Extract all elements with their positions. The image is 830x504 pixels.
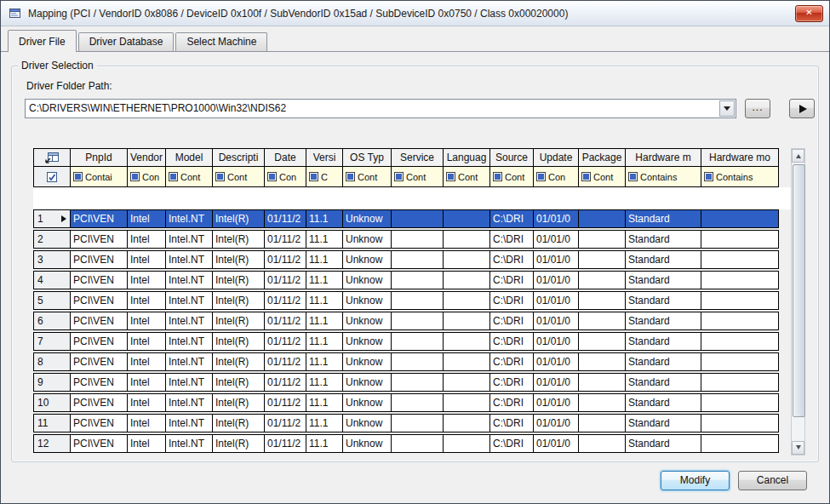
grid-cell[interactable]: 01/11/2	[264, 434, 306, 453]
grid-cell[interactable]: Unknow	[342, 434, 392, 453]
grid-cell[interactable]: Intel.NT	[165, 312, 213, 330]
row-header[interactable]: 6	[33, 312, 71, 330]
grid-cell[interactable]: Intel(R)	[212, 271, 265, 289]
table-row[interactable]: 9PCI\VENIntelIntel.NTIntel(R)01/11/211.1…	[33, 373, 805, 392]
filter-cell-os-typ[interactable]: Cont	[342, 166, 392, 187]
column-header-service[interactable]: Service	[391, 148, 444, 167]
grid-cell[interactable]: 01/11/2	[264, 332, 306, 351]
filter-cell-update[interactable]: Con	[533, 166, 579, 187]
grid-cell[interactable]	[578, 230, 626, 249]
grid-cell[interactable]: Standard	[625, 352, 701, 371]
vertical-scrollbar[interactable]	[791, 148, 805, 455]
grid-cell[interactable]	[701, 434, 779, 453]
grid-cell[interactable]: Standard	[625, 271, 701, 289]
grid-cell[interactable]: C:\DRI	[489, 393, 534, 412]
grid-cell[interactable]: 01/11/2	[264, 230, 306, 249]
combo-dropdown-button[interactable]	[719, 100, 735, 117]
grid-cell[interactable]: C:\DRI	[489, 312, 534, 330]
grid-cell[interactable]: Intel(R)	[212, 230, 265, 249]
grid-cell[interactable]	[443, 373, 490, 392]
filter-cell-source[interactable]: Cont	[489, 166, 534, 187]
column-header-update[interactable]: Update	[533, 148, 579, 167]
grid-cell[interactable]: 01/01/0	[533, 209, 579, 228]
column-header-model[interactable]: Model	[165, 148, 213, 167]
grid-cell[interactable]: 11.1	[306, 332, 343, 351]
grid-cell[interactable]: Intel.NT	[165, 352, 213, 371]
grid-cell[interactable]: 01/11/2	[264, 250, 306, 269]
grid-cell[interactable]	[578, 434, 626, 453]
grid-cell[interactable]: Standard	[625, 414, 701, 432]
grid-cell[interactable]: Intel.NT	[165, 414, 213, 432]
column-header-vendor[interactable]: Vendor	[127, 148, 166, 167]
filter-cell-date[interactable]: Con	[264, 166, 306, 187]
grid-cell[interactable]	[443, 209, 490, 228]
filter-box-icon[interactable]	[309, 172, 318, 181]
grid-cell[interactable]	[391, 352, 444, 371]
grid-cell[interactable]	[391, 271, 444, 289]
row-header[interactable]: 3	[33, 250, 71, 269]
grid-cell[interactable]: PCI\VEN	[70, 434, 128, 453]
table-row[interactable]: 6PCI\VENIntelIntel.NTIntel(R)01/11/211.1…	[33, 312, 805, 330]
grid-cell[interactable]	[443, 332, 490, 351]
grid-cell[interactable]: Intel(R)	[212, 434, 265, 453]
grid-cell[interactable]	[701, 414, 779, 432]
grid-cell[interactable]: C:\DRI	[489, 373, 534, 392]
grid-cell[interactable]	[443, 230, 490, 249]
column-header-os-typ[interactable]: OS Typ	[342, 148, 392, 167]
grid-cell[interactable]	[701, 291, 779, 310]
grid-cell[interactable]	[578, 312, 626, 330]
filter-cell-service[interactable]: Cont	[391, 166, 444, 187]
grid-cell[interactable]: C:\DRI	[489, 271, 534, 289]
grid-cell[interactable]: 01/01/0	[533, 393, 579, 412]
grid-cell[interactable]: 11.1	[306, 373, 343, 392]
grid-cell[interactable]: PCI\VEN	[70, 352, 128, 371]
grid-cell[interactable]: Intel(R)	[212, 250, 265, 269]
filter-box-icon[interactable]	[704, 172, 713, 181]
grid-cell[interactable]: Intel.NT	[165, 291, 213, 310]
filter-box-icon[interactable]	[169, 172, 178, 181]
grid-cell[interactable]: 01/01/0	[533, 373, 579, 392]
grid-cell[interactable]: Unknow	[342, 393, 392, 412]
grid-cell[interactable]	[391, 393, 444, 412]
filter-box-icon[interactable]	[267, 172, 277, 181]
grid-cell[interactable]: C:\DRI	[489, 291, 534, 310]
grid-cell[interactable]: 01/01/0	[533, 291, 579, 310]
grid-cell[interactable]	[443, 312, 490, 330]
filter-cell-hardware-mo[interactable]: Contains	[701, 166, 779, 187]
grid-cell[interactable]: 01/01/0	[533, 352, 579, 371]
table-row[interactable]: 5PCI\VENIntelIntel.NTIntel(R)01/11/211.1…	[33, 291, 805, 310]
grid-cell[interactable]: 01/11/2	[264, 373, 306, 392]
grid-cell[interactable]: 01/11/2	[264, 271, 306, 289]
grid-cell[interactable]: Intel	[127, 250, 166, 269]
grid-cell[interactable]: PCI\VEN	[70, 332, 128, 351]
scroll-up-button[interactable]	[792, 149, 804, 163]
grid-cell[interactable]	[578, 209, 626, 228]
grid-cell[interactable]: 01/11/2	[264, 209, 306, 228]
grid-cell[interactable]: Intel(R)	[212, 332, 265, 351]
grid-cell[interactable]: 11.1	[306, 414, 343, 432]
grid-cell[interactable]: Intel.NT	[165, 332, 213, 351]
column-header-package[interactable]: Package	[578, 148, 626, 167]
grid-cell[interactable]: 11.1	[306, 250, 343, 269]
grid-cell[interactable]: 01/01/0	[533, 414, 579, 432]
row-header[interactable]: 12	[33, 434, 71, 453]
run-button[interactable]	[789, 99, 815, 118]
grid-cell[interactable]	[391, 312, 444, 330]
column-header-pnpid[interactable]: PnpId	[70, 148, 128, 167]
grid-cell[interactable]: Unknow	[342, 291, 392, 310]
grid-cell[interactable]: 11.1	[306, 209, 343, 228]
grid-cell[interactable]: Standard	[625, 291, 701, 310]
grid-cell[interactable]: Intel	[127, 209, 166, 228]
filter-cell-vendor[interactable]: Con	[127, 166, 166, 187]
grid-cell[interactable]: Intel	[127, 291, 166, 310]
grid-cell[interactable]	[701, 373, 779, 392]
grid-cell[interactable]: Intel.NT	[165, 250, 213, 269]
filter-box-icon[interactable]	[73, 172, 83, 181]
table-row[interactable]: 2PCI\VENIntelIntel.NTIntel(R)01/11/211.1…	[33, 230, 805, 249]
grid-cell[interactable]: 11.1	[306, 291, 343, 310]
filter-box-icon[interactable]	[493, 172, 502, 181]
filter-box-icon[interactable]	[446, 172, 455, 181]
grid-cell[interactable]	[701, 393, 779, 412]
grid-cell[interactable]: Intel	[127, 230, 166, 249]
grid-cell[interactable]: Unknow	[342, 209, 392, 228]
